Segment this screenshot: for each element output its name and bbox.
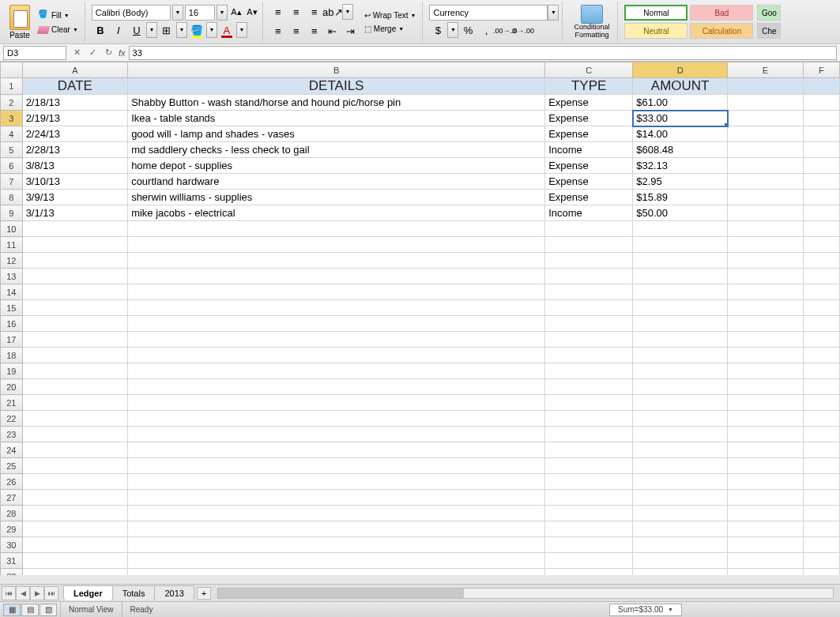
cell-E21[interactable] [728, 395, 804, 411]
cell-E6[interactable] [728, 158, 804, 174]
font-name-dropdown[interactable]: ▼ [172, 5, 183, 21]
increase-font-button[interactable]: A▴ [229, 6, 243, 20]
cell-B5[interactable]: md saddlery checks - less check to gail [128, 142, 545, 158]
cell-E26[interactable] [728, 474, 804, 490]
font-color-dropdown[interactable]: ▼ [236, 22, 247, 38]
cell-E16[interactable] [728, 316, 804, 332]
cell-C30[interactable] [545, 537, 633, 553]
cell-B4[interactable]: good will - lamp and shades - vases [128, 126, 545, 142]
cell-F10[interactable] [803, 221, 839, 237]
cell-B6[interactable]: home depot - supplies [128, 158, 545, 174]
row-header-12[interactable]: 12 [1, 253, 23, 269]
cell-B12[interactable] [128, 253, 545, 269]
cell-A31[interactable] [22, 553, 127, 569]
style-check[interactable]: Che [757, 23, 781, 39]
cell-B20[interactable] [128, 379, 545, 395]
decrease-decimal-button[interactable]: .0→.00 [514, 22, 531, 40]
align-middle-button[interactable]: ≡ [288, 4, 305, 21]
cell-B9[interactable]: mike jacobs - electrical [128, 205, 545, 221]
cell-C13[interactable] [545, 269, 633, 284]
cell-E8[interactable] [728, 190, 804, 205]
cell-B22[interactable] [128, 411, 545, 427]
cell-A9[interactable]: 3/1/13 [22, 205, 127, 221]
cell-F19[interactable] [803, 363, 839, 379]
fill-button[interactable]: 🪣 Fill ▼ [35, 8, 81, 22]
row-header-19[interactable]: 19 [1, 363, 23, 379]
decrease-indent-button[interactable]: ⇤ [324, 23, 341, 40]
sheet-tab-totals[interactable]: Totals [112, 585, 156, 600]
cell-B26[interactable] [128, 474, 545, 490]
cell-E23[interactable] [728, 427, 804, 442]
cell-C28[interactable] [545, 506, 633, 521]
tab-nav-first[interactable]: ⏮ [2, 586, 16, 600]
cell-A22[interactable] [22, 411, 127, 427]
cell-D20[interactable] [633, 379, 728, 395]
column-header-E[interactable]: E [728, 62, 804, 78]
cell-C8[interactable]: Expense [545, 190, 633, 205]
cell-A5[interactable]: 2/28/13 [22, 142, 127, 158]
cell-F5[interactable] [803, 142, 839, 158]
row-header-28[interactable]: 28 [1, 506, 23, 521]
style-neutral[interactable]: Neutral [624, 23, 687, 39]
cell-D32[interactable] [633, 569, 728, 576]
cell-C3[interactable]: Expense [545, 111, 633, 126]
row-header-13[interactable]: 13 [1, 269, 23, 284]
cell-A13[interactable] [22, 269, 127, 284]
cell-A3[interactable]: 2/19/13 [22, 111, 127, 126]
cell-F14[interactable] [803, 284, 839, 300]
cell-D11[interactable] [633, 237, 728, 253]
row-header-10[interactable]: 10 [1, 221, 23, 237]
sheet-tab-2013[interactable]: 2013 [154, 585, 194, 600]
row-header-29[interactable]: 29 [1, 521, 23, 537]
cell-F30[interactable] [803, 537, 839, 553]
cell-E28[interactable] [728, 506, 804, 521]
cell-A12[interactable] [22, 253, 127, 269]
cell-C25[interactable] [545, 458, 633, 474]
cell-F17[interactable] [803, 332, 839, 348]
row-header-25[interactable]: 25 [1, 458, 23, 474]
cell-B29[interactable] [128, 521, 545, 537]
cell-F15[interactable] [803, 300, 839, 316]
number-format-select[interactable] [429, 5, 548, 21]
cell-E25[interactable] [728, 458, 804, 474]
cell-A27[interactable] [22, 490, 127, 506]
cell-D21[interactable] [633, 395, 728, 411]
cell-F6[interactable] [803, 158, 839, 174]
cell-D17[interactable] [633, 332, 728, 348]
cell-B16[interactable] [128, 316, 545, 332]
cell-E24[interactable] [728, 442, 804, 458]
border-button[interactable]: ⊞ [158, 22, 175, 40]
cell-F12[interactable] [803, 253, 839, 269]
cell-F3[interactable] [803, 111, 839, 126]
cell-D3[interactable]: $33.00 [633, 111, 728, 126]
cell-E1[interactable] [728, 78, 804, 95]
cell-A14[interactable] [22, 284, 127, 300]
row-header-20[interactable]: 20 [1, 379, 23, 395]
row-header-23[interactable]: 23 [1, 427, 23, 442]
align-bottom-button[interactable]: ≡ [306, 4, 323, 21]
decrease-font-button[interactable]: A▾ [245, 6, 259, 20]
cell-E18[interactable] [728, 348, 804, 363]
accounting-dropdown[interactable]: ▼ [447, 22, 458, 38]
cell-D9[interactable]: $50.00 [633, 205, 728, 221]
row-header-7[interactable]: 7 [1, 174, 23, 190]
cell-D4[interactable]: $14.00 [633, 126, 728, 142]
cell-F23[interactable] [803, 427, 839, 442]
cell-D12[interactable] [633, 253, 728, 269]
cell-F9[interactable] [803, 205, 839, 221]
cell-C6[interactable]: Expense [545, 158, 633, 174]
cell-F32[interactable] [803, 569, 839, 576]
history-button[interactable]: ↻ [101, 46, 115, 60]
cell-B1[interactable]: DETAILS [128, 78, 545, 95]
cell-E12[interactable] [728, 253, 804, 269]
number-format-dropdown[interactable]: ▼ [548, 5, 559, 21]
tab-nav-last[interactable]: ⏭ [44, 586, 58, 600]
conditional-formatting-button[interactable]: ConditionalFormatting [569, 3, 614, 41]
cell-D10[interactable] [633, 221, 728, 237]
cell-C18[interactable] [545, 348, 633, 363]
cell-B17[interactable] [128, 332, 545, 348]
cell-E27[interactable] [728, 490, 804, 506]
underline-button[interactable]: U [128, 22, 145, 40]
cell-A16[interactable] [22, 316, 127, 332]
wrap-text-button[interactable]: ↩ Wrap Text ▼ [361, 9, 420, 21]
